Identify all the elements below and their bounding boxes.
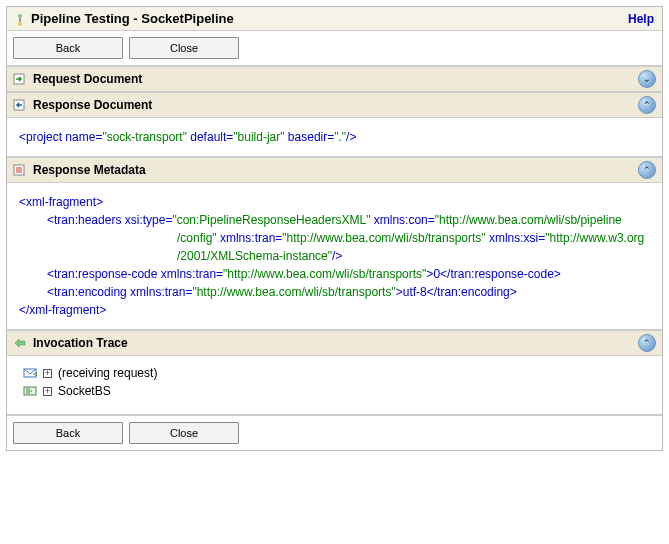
- section-title-request: Request Document: [33, 72, 142, 86]
- back-button[interactable]: Back: [13, 422, 123, 444]
- expand-node-button[interactable]: +: [43, 387, 52, 396]
- pipeline-icon: [15, 14, 25, 24]
- back-button[interactable]: Back: [13, 37, 123, 59]
- response-metadata-body: <xml-fragment> <tran:headers xsi:type="c…: [7, 183, 662, 330]
- metadata-icon: [13, 164, 27, 176]
- section-header-metadata: Response Metadata ⌃: [7, 157, 662, 183]
- page-title-text: Pipeline Testing - SocketPipeline: [31, 11, 234, 26]
- section-title-trace: Invocation Trace: [33, 336, 128, 350]
- collapse-trace-button[interactable]: ⌃: [638, 334, 656, 352]
- top-button-row: Back Close: [7, 31, 662, 66]
- help-link[interactable]: Help: [628, 12, 654, 26]
- expand-request-button[interactable]: ⌄: [638, 70, 656, 88]
- trace-item: + SocketBS: [17, 382, 652, 400]
- trace-item-label: SocketBS: [58, 384, 111, 398]
- response-doc-icon: [13, 99, 27, 111]
- close-button[interactable]: Close: [129, 37, 239, 59]
- svg-point-0: [18, 14, 22, 18]
- trace-item: + (receiving request): [17, 364, 652, 382]
- collapse-response-button[interactable]: ⌃: [638, 96, 656, 114]
- main-panel: Pipeline Testing - SocketPipeline Help B…: [6, 6, 663, 451]
- trace-icon: [13, 337, 27, 349]
- svg-rect-1: [19, 18, 21, 22]
- invocation-trace-body: + (receiving request) + SocketBS: [7, 356, 662, 415]
- close-button[interactable]: Close: [129, 422, 239, 444]
- section-header-request: Request Document ⌄: [7, 66, 662, 92]
- trace-item-label: (receiving request): [58, 366, 157, 380]
- svg-point-2: [18, 22, 22, 26]
- response-document-body: <project name="sock-transport" default="…: [7, 118, 662, 157]
- request-doc-icon: [13, 73, 27, 85]
- bottom-button-row: Back Close: [7, 415, 662, 450]
- section-title-response: Response Document: [33, 98, 152, 112]
- section-header-trace: Invocation Trace ⌃: [7, 330, 662, 356]
- section-title-metadata: Response Metadata: [33, 163, 146, 177]
- envelope-icon: [23, 367, 37, 379]
- service-icon: [23, 385, 37, 397]
- section-header-response: Response Document ⌃: [7, 92, 662, 118]
- title-bar: Pipeline Testing - SocketPipeline Help: [7, 7, 662, 31]
- collapse-metadata-button[interactable]: ⌃: [638, 161, 656, 179]
- page-title: Pipeline Testing - SocketPipeline: [15, 11, 234, 26]
- expand-node-button[interactable]: +: [43, 369, 52, 378]
